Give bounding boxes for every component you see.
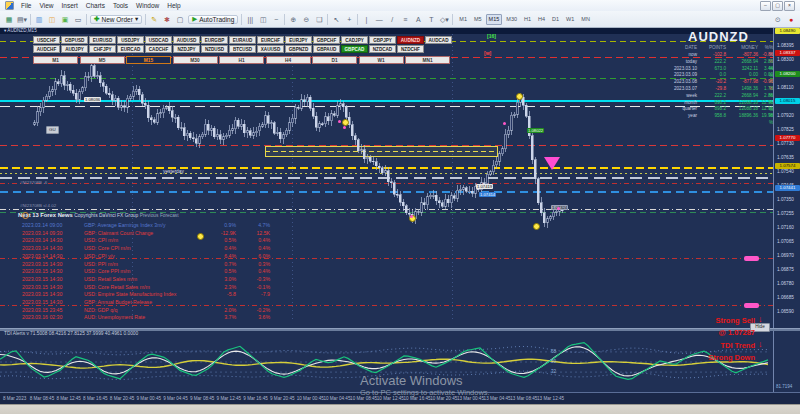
pair-button-euraud[interactable]: EURAUD — [229, 36, 256, 44]
pair-button-eurchf[interactable]: EURCHF — [257, 36, 284, 44]
pair-button-audusd[interactable]: AUDUSD — [173, 36, 200, 44]
tile-windows-icon[interactable]: ❏ — [314, 14, 324, 25]
menu-insert[interactable]: Insert — [61, 2, 77, 9]
search-icon[interactable]: ⊙ — [773, 14, 783, 25]
pair-button-usdjpy[interactable]: USDJPY — [117, 36, 144, 44]
hline-icon[interactable]: — — [374, 14, 384, 25]
pair-button-gbpcad[interactable]: GBPCAD — [341, 45, 368, 53]
pair-button-gbpchf[interactable]: GBPCHF — [313, 36, 340, 44]
panel-timeframe-d1[interactable]: D1 — [312, 56, 357, 64]
trendline-icon[interactable]: / — [387, 14, 397, 25]
pink-dash-marker — [744, 303, 759, 308]
gu-label[interactable]: GU — [46, 126, 59, 134]
zoom-out-icon[interactable]: ⊖ — [301, 14, 311, 25]
alert-icon[interactable]: ● — [786, 14, 796, 25]
navigator-icon[interactable]: ◫ — [47, 14, 57, 25]
label-icon[interactable]: T — [426, 14, 436, 25]
panel-timeframe-m15[interactable]: M15 — [126, 56, 171, 64]
pair-button-nzdchf[interactable]: NZDCHF — [397, 45, 424, 53]
shapes-icon[interactable]: ◇▾ — [439, 14, 449, 25]
fibo-icon[interactable]: ≡ — [400, 14, 410, 25]
pair-button-chfjpy[interactable]: CHFJPY — [89, 45, 116, 53]
panel-timeframe-w1[interactable]: W1 — [359, 56, 404, 64]
toolbar-timeframe-h1[interactable]: H1 — [521, 14, 534, 25]
panel-timeframe-mn1[interactable]: MN1 — [405, 56, 450, 64]
vline-icon[interactable]: | — [361, 14, 371, 25]
close-button[interactable]: × — [784, 1, 795, 11]
toolbar-timeframe-m30[interactable]: M30 — [503, 14, 520, 25]
toolbar-timeframe-m1[interactable]: M1 — [456, 14, 470, 25]
panel-timeframe-h1[interactable]: H1 — [219, 56, 264, 64]
pair-button-audcad[interactable]: AUDCAD — [425, 36, 452, 44]
tester-icon[interactable]: ▭ — [73, 14, 83, 25]
chevron-down-icon: ▾ — [135, 15, 138, 23]
pair-button-usdcad[interactable]: USDCAD — [145, 36, 172, 44]
pair-button-gbpnzd[interactable]: GBPNZD — [285, 45, 312, 53]
pair-button-eurusd[interactable]: EURUSD — [89, 36, 116, 44]
line-chart-icon[interactable]: ~ — [271, 14, 281, 25]
panel-timeframe-m1[interactable]: M1 — [33, 56, 78, 64]
pair-button-eurjpy[interactable]: EURJPY — [285, 36, 312, 44]
pair-button-gbpjpy[interactable]: GBPJPY — [369, 36, 396, 44]
pair-button-cadchf[interactable]: CADCHF — [145, 45, 172, 53]
pair-button-gbpaud[interactable]: GBPAUD — [313, 45, 340, 53]
menu-view[interactable]: View — [39, 2, 53, 9]
pair-button-gbpusd[interactable]: GBPUSD — [61, 36, 88, 44]
pair-button-nzdjpy[interactable]: NZDJPY — [173, 45, 200, 53]
price-tick: 1.07635 — [777, 155, 794, 160]
price-tick: 1.06590 — [777, 309, 794, 314]
price-tick: 1.07255 — [777, 211, 794, 216]
price-scale[interactable]: 1.084901.083951.083001.082051.081101.080… — [773, 27, 800, 392]
toolbar-timeframe-m5[interactable]: M5 — [471, 14, 485, 25]
pair-button-nzdusd[interactable]: NZDUSD — [201, 45, 228, 53]
new-order-button[interactable]: ✚ New Order ▾ — [90, 15, 142, 24]
chart-tab-label[interactable]: ▾ AUDNZD,M15 — [0, 27, 800, 34]
crosshair-icon[interactable]: + — [344, 14, 354, 25]
candles-chart-icon[interactable]: ◫ — [258, 14, 268, 25]
bars-chart-icon[interactable]: ||| — [245, 14, 255, 25]
price-tick: 1.08110 — [777, 85, 794, 90]
signal-dot-icon — [557, 207, 560, 210]
text-icon[interactable]: A — [413, 14, 423, 25]
profiles-icon[interactable]: ▤▾ — [17, 14, 27, 25]
toolbar-timeframe-h4[interactable]: H4 — [535, 14, 548, 25]
toolbar: ▦ ▤▾ ▥ ◫ ▣ ▭ ✚ New Order ▾ ✎ ✱ ▢ ▶ AutoT… — [0, 11, 800, 28]
fullscreen-icon[interactable]: ▢ — [175, 14, 185, 25]
pair-button-audjpy[interactable]: AUDJPY — [61, 45, 88, 53]
zoom-in-icon[interactable]: ⊕ — [288, 14, 298, 25]
panel-timeframe-h4[interactable]: H4 — [266, 56, 311, 64]
toolbar-timeframe-m15[interactable]: M15 — [486, 14, 503, 25]
terminal-icon[interactable]: ▣ — [60, 14, 70, 25]
panel-timeframe-m30[interactable]: M30 — [173, 56, 218, 64]
price-tick: 1.08395 — [777, 43, 794, 48]
pair-button-eurcad[interactable]: EURCAD — [117, 45, 144, 53]
toolbar-timeframe-d1[interactable]: D1 — [549, 14, 562, 25]
market-watch-icon[interactable]: ▥ — [34, 14, 44, 25]
toolbar-timeframe-mn[interactable]: MN — [578, 14, 593, 25]
metaeditor-icon[interactable]: ✎ — [149, 14, 159, 25]
menu-window[interactable]: Window — [136, 2, 159, 9]
pair-button-cadjpy[interactable]: CADJPY — [341, 36, 368, 44]
pair-button-btcusd[interactable]: BTCUSD — [229, 45, 256, 53]
menu-help[interactable]: Help — [167, 2, 180, 9]
news-col-previous: Previous — [140, 213, 159, 218]
menu-charts[interactable]: Charts — [86, 2, 105, 9]
pair-button-xauusd[interactable]: XAUUSD — [257, 45, 284, 53]
cursor-icon[interactable]: ↖ — [331, 14, 341, 25]
options-icon[interactable]: ✱ — [162, 14, 172, 25]
pair-button-nzdcad[interactable]: NZDCAD — [369, 45, 396, 53]
menu-tools[interactable]: Tools — [113, 2, 128, 9]
panel-timeframe-m5[interactable]: M5 — [80, 56, 125, 64]
restore-button[interactable]: ▢ — [772, 1, 783, 11]
new-chart-icon[interactable]: ▦ — [4, 14, 14, 25]
pair-button-audchf[interactable]: AUDCHF — [33, 45, 60, 53]
price-level-box: 1.08337 — [775, 50, 800, 56]
pair-button-eurgbp[interactable]: EURGBP — [201, 36, 228, 44]
pair-button-audnzd[interactable]: AUDNZD — [397, 36, 424, 44]
toolbar-timeframe-w1[interactable]: W1 — [563, 14, 577, 25]
menu-file[interactable]: File — [21, 2, 31, 9]
pair-button-usdchf[interactable]: USDCHF — [33, 36, 60, 44]
autotrading-button[interactable]: ▶ AutoTrading — [188, 15, 238, 24]
signal-price: @ 1.07287 — [660, 328, 755, 337]
minimize-button[interactable]: – — [760, 1, 771, 11]
